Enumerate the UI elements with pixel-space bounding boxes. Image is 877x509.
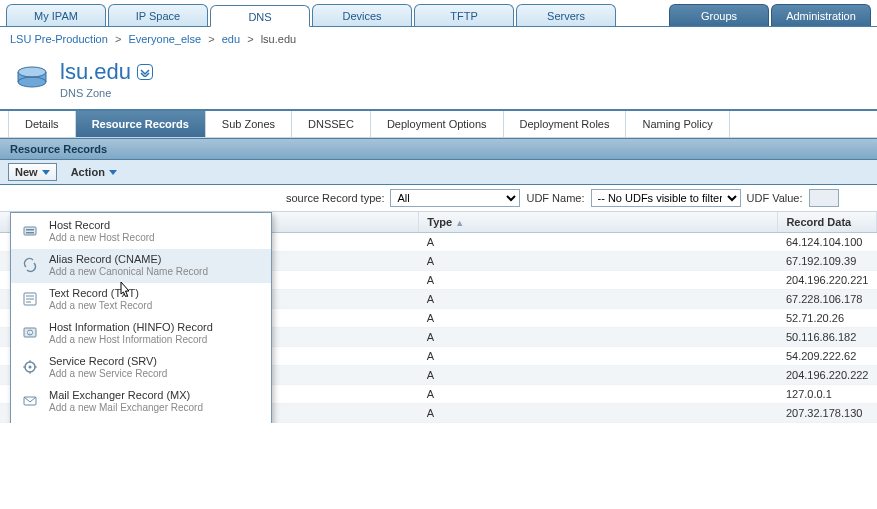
page-title: lsu.edu bbox=[60, 59, 131, 85]
cell-type: A bbox=[419, 328, 778, 347]
tab-tftp[interactable]: TFTP bbox=[414, 4, 514, 26]
menu-item-desc: Add a new Mail Exchanger Record bbox=[49, 402, 203, 413]
cell-type: A bbox=[419, 385, 778, 404]
new-menu-item[interactable]: Service Record (SRV)Add a new Service Re… bbox=[11, 351, 271, 385]
new-button-label: New bbox=[15, 166, 38, 178]
subtab-details[interactable]: Details bbox=[8, 111, 76, 137]
menu-item-desc: Add a new Host Information Record bbox=[49, 334, 213, 345]
srv-icon bbox=[21, 358, 39, 376]
menu-item-title: Text Record (TXT) bbox=[49, 287, 152, 299]
cell-type: A bbox=[419, 252, 778, 271]
alias-icon bbox=[21, 256, 39, 274]
new-button[interactable]: New bbox=[8, 163, 57, 181]
hinfo-icon: i bbox=[21, 324, 39, 342]
tab-my-ipam[interactable]: My IPAM bbox=[6, 4, 106, 26]
sort-asc-icon: ▲ bbox=[455, 218, 464, 228]
subtab-dnssec[interactable]: DNSSEC bbox=[292, 111, 371, 137]
tab-servers[interactable]: Servers bbox=[516, 4, 616, 26]
title-expand-icon[interactable] bbox=[137, 64, 153, 80]
menu-item-title: Alias Record (CNAME) bbox=[49, 253, 208, 265]
svg-point-18 bbox=[29, 366, 32, 369]
cell-record-data: 204.196.220.222 bbox=[778, 366, 877, 385]
cell-type: A bbox=[419, 290, 778, 309]
cell-record-data: 54.209.222.62 bbox=[778, 347, 877, 366]
col-type[interactable]: Type▲ bbox=[419, 212, 778, 233]
subtab-naming-policy[interactable]: Naming Policy bbox=[626, 111, 729, 137]
col-record-data[interactable]: Record Data bbox=[778, 212, 877, 233]
menu-item-desc: Add a new Canonical Name Record bbox=[49, 266, 208, 277]
breadcrumb-seg2[interactable]: Everyone_else bbox=[128, 33, 201, 45]
breadcrumb-root[interactable]: LSU Pre-Production bbox=[10, 33, 108, 45]
toolbar: New Action bbox=[0, 160, 877, 185]
svg-rect-9 bbox=[26, 232, 34, 234]
cell-type: A bbox=[419, 233, 778, 252]
new-menu-item[interactable]: Mail Exchanger Record (MX)Add a new Mail… bbox=[11, 385, 271, 419]
menu-item-desc: Add a new Text Record bbox=[49, 300, 152, 311]
breadcrumb-seg3[interactable]: edu bbox=[222, 33, 240, 45]
chevron-down-icon bbox=[42, 170, 50, 175]
top-tabs: My IPAM IP Space DNS Devices TFTP Server… bbox=[0, 0, 877, 27]
host-icon bbox=[21, 222, 39, 240]
cell-type: A bbox=[419, 404, 778, 423]
menu-item-title: Host Record bbox=[49, 219, 155, 231]
svg-text:i: i bbox=[29, 330, 30, 336]
filter-type-select[interactable]: All bbox=[390, 189, 520, 207]
mx-icon bbox=[21, 392, 39, 410]
menu-item-desc: Add a new Service Record bbox=[49, 368, 167, 379]
new-menu-item[interactable]: Alias Record (CNAME)Add a new Canonical … bbox=[11, 249, 271, 283]
cell-record-data: 67.192.109.39 bbox=[778, 252, 877, 271]
cell-record-data: 207.32.178.130 bbox=[778, 404, 877, 423]
new-menu-dropdown: Host RecordAdd a new Host RecordAlias Re… bbox=[10, 212, 272, 423]
filter-udf-name-select[interactable]: -- No UDFs visible to filter bbox=[591, 189, 741, 207]
menu-item-title: Mail Exchanger Record (MX) bbox=[49, 389, 203, 401]
subtab-deployment-options[interactable]: Deployment Options bbox=[371, 111, 504, 137]
cell-record-data: 50.116.86.182 bbox=[778, 328, 877, 347]
page-title-block: lsu.edu DNS Zone bbox=[0, 51, 877, 109]
filter-type-label: source Record type: bbox=[286, 192, 384, 204]
subtab-resource-records[interactable]: Resource Records bbox=[76, 111, 206, 137]
cell-record-data: 52.71.20.26 bbox=[778, 309, 877, 328]
menu-item-title: Service Record (SRV) bbox=[49, 355, 167, 367]
sub-tabs: Details Resource Records Sub Zones DNSSE… bbox=[0, 109, 877, 138]
cell-type: A bbox=[419, 309, 778, 328]
filter-bar: source Record type: All UDF Name: -- No … bbox=[0, 185, 877, 212]
breadcrumb-current: lsu.edu bbox=[261, 33, 296, 45]
new-menu-item[interactable]: Naming Authority Pointer Record (NAPTR)A… bbox=[11, 419, 271, 423]
panel-header: Resource Records bbox=[0, 138, 877, 160]
tab-groups[interactable]: Groups bbox=[669, 4, 769, 26]
page-subtitle: DNS Zone bbox=[60, 87, 153, 99]
tab-administration[interactable]: Administration bbox=[771, 4, 871, 26]
new-menu-item[interactable]: iHost Information (HINFO) RecordAdd a ne… bbox=[11, 317, 271, 351]
filter-udf-value-input[interactable] bbox=[809, 189, 839, 207]
chevron-down-icon bbox=[109, 170, 117, 175]
subtab-deployment-roles[interactable]: Deployment Roles bbox=[504, 111, 627, 137]
action-button[interactable]: Action bbox=[65, 163, 123, 181]
tab-ip-space[interactable]: IP Space bbox=[108, 4, 208, 26]
menu-item-desc: Add a new Host Record bbox=[49, 232, 155, 243]
cell-record-data: 64.124.104.100 bbox=[778, 233, 877, 252]
action-button-label: Action bbox=[71, 166, 105, 178]
subtab-sub-zones[interactable]: Sub Zones bbox=[206, 111, 292, 137]
cell-type: A bbox=[419, 271, 778, 290]
breadcrumb: LSU Pre-Production > Everyone_else > edu… bbox=[0, 27, 877, 51]
filter-udf-name-label: UDF Name: bbox=[526, 192, 584, 204]
cell-record-data: 127.0.0.1 bbox=[778, 385, 877, 404]
menu-item-title: Host Information (HINFO) Record bbox=[49, 321, 213, 333]
cell-type: A bbox=[419, 366, 778, 385]
cell-type: A bbox=[419, 347, 778, 366]
text-icon bbox=[21, 290, 39, 308]
svg-rect-8 bbox=[26, 229, 34, 231]
zone-icon bbox=[14, 60, 50, 98]
tab-dns[interactable]: DNS bbox=[210, 5, 310, 27]
filter-udf-value-label: UDF Value: bbox=[747, 192, 803, 204]
svg-rect-7 bbox=[24, 227, 36, 235]
new-menu-item[interactable]: Host RecordAdd a new Host Record bbox=[11, 215, 271, 249]
cell-record-data: 67.228.106.178 bbox=[778, 290, 877, 309]
new-menu-item[interactable]: Text Record (TXT)Add a new Text Record bbox=[11, 283, 271, 317]
cell-record-data: 204.196.220.221 bbox=[778, 271, 877, 290]
tab-devices[interactable]: Devices bbox=[312, 4, 412, 26]
